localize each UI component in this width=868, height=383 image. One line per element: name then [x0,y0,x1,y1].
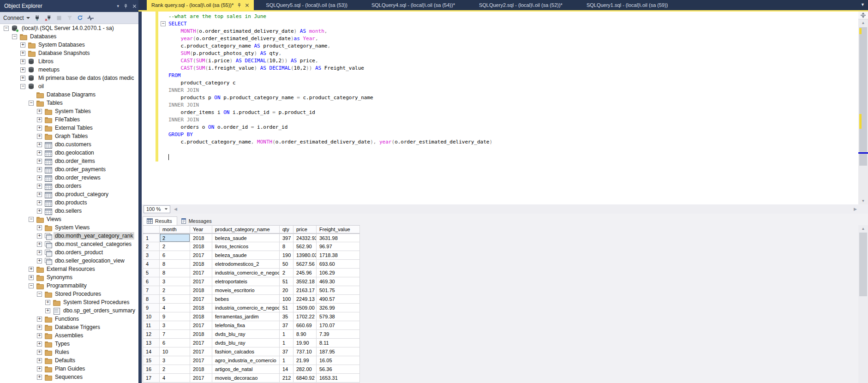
grid-row-number[interactable]: 16 [143,365,160,374]
scroll-left-icon[interactable]: ◀ [174,207,177,211]
expand-icon[interactable]: + [37,375,42,380]
expand-icon[interactable]: + [37,109,42,114]
collapse-icon[interactable]: − [37,292,42,297]
grid-cell[interactable]: 8 [160,260,190,269]
scroll-up-icon[interactable]: ▲ [858,19,868,26]
grid-row-number[interactable]: 5 [143,269,160,277]
expand-icon[interactable]: + [37,126,42,131]
expand-icon[interactable]: + [37,350,42,355]
grid-cell[interactable]: bebes [212,295,280,304]
grid-row-number[interactable]: 9 [143,304,160,312]
grid-cell[interactable]: 4 [160,374,190,383]
grid-cell[interactable]: 2017 [190,321,212,330]
expand-icon[interactable]: + [37,175,42,180]
expand-icon[interactable]: + [37,117,42,122]
expand-icon[interactable]: + [20,59,25,64]
grid-cell[interactable]: 2017 [190,251,212,260]
grid-cell[interactable]: 6840.92 [293,374,317,383]
tree-item-tables[interactable]: −Tables [0,99,138,107]
expand-icon[interactable]: + [37,150,42,156]
grid-row-number[interactable]: 13 [143,339,160,347]
grid-cell[interactable]: 6 [160,339,190,347]
close-icon[interactable] [245,3,249,7]
expand-icon[interactable]: + [37,258,42,263]
grid-cell[interactable]: 2018 [190,233,212,242]
expand-icon[interactable]: + [37,333,42,338]
tab-sqlquery2-sql[interactable]: SQLQuery2.sql - (local)\.oil (sa (52))* [467,0,575,10]
expand-icon[interactable]: + [37,209,42,214]
tree-item-database-diagrams[interactable]: Database Diagrams [0,90,138,99]
scrollbar-thumb[interactable] [859,27,867,166]
activity-monitor-icon[interactable] [87,15,94,21]
expand-icon[interactable]: + [37,192,42,197]
grid-header-freight-value[interactable]: Freight_value [317,225,360,233]
expand-icon[interactable]: + [37,317,42,322]
grid-row-number[interactable]: 11 [143,321,160,330]
expand-icon[interactable]: + [37,184,42,189]
grid-cell[interactable]: 170.07 [317,321,360,330]
sql-editor[interactable]: − --what are the top sales in JuneSELECT… [142,12,868,204]
grid-cell[interactable]: 693.60 [317,260,360,269]
grid-header-rownum[interactable] [143,225,160,233]
grid-cell[interactable]: 2249.13 [293,295,317,304]
expand-icon[interactable]: + [37,142,42,147]
grid-cell[interactable]: beleza_saude [212,233,280,242]
grid-cell[interactable]: eletroportateis [212,277,280,286]
tree-item-oil[interactable]: −oil [0,82,138,90]
grid-cell[interactable]: 20 [280,286,293,295]
grid-cell[interactable]: dvds_blu_ray [212,330,280,339]
grid-cell[interactable]: 2 [160,286,190,295]
grid-cell[interactable]: telefonia_fixa [212,321,280,330]
grid-cell[interactable]: 37 [280,347,293,356]
grid-cell[interactable]: 13980.03 [293,251,317,260]
expand-icon[interactable]: + [29,275,34,280]
grid-cell[interactable]: 35 [280,312,293,321]
grid-cell[interactable]: beleza_saude [212,251,280,260]
grid-cell[interactable]: 7 [160,330,190,339]
tree-item-database-triggers[interactable]: +Database Triggers [0,323,138,331]
grid-cell[interactable]: 2 [160,242,190,251]
grid-cell[interactable]: 1 [280,356,293,365]
grid-cell[interactable]: 2017 [190,269,212,277]
close-icon[interactable] [132,4,137,8]
tree-item-dbo-seller-geolocation-view[interactable]: +dbo.seller_geolocation_view [0,257,138,265]
grid-cell[interactable]: artigos_de_natal [212,365,280,374]
grid-cell[interactable]: 2017 [190,347,212,356]
grid-cell[interactable]: 50 [280,260,293,269]
grid-cell[interactable]: 2018 [190,330,212,339]
grid-row-number[interactable]: 4 [143,260,160,269]
grid-cell[interactable]: 187.95 [317,347,360,356]
grid-cell[interactable]: 2017 [190,277,212,286]
grid-cell[interactable]: 282.00 [293,365,317,374]
editor-vertical-scrollbar[interactable]: ▲ ▼ [858,12,868,204]
collapse-icon[interactable]: − [20,84,25,89]
grid-cell[interactable]: 2018 [190,304,212,312]
collapse-icon[interactable]: − [29,101,34,106]
grid-cell[interactable]: 10 [160,347,190,356]
grid-cell[interactable]: 562.90 [293,242,317,251]
tree-item-plan-guides[interactable]: +Plan Guides [0,365,138,373]
grid-cell[interactable]: 9 [160,312,190,321]
grid-cell[interactable]: 4 [160,304,190,312]
grid-cell[interactable]: 2017 [190,374,212,383]
tree-item-dbo-most-canceled-categories[interactable]: +dbo.most_canceled_categories [0,240,138,248]
grid-cell[interactable]: fashion_calcados [212,347,280,356]
tree-item-dbo-order-payments[interactable]: +dbo.order_payments [0,165,138,174]
grid-cell[interactable]: 326.99 [317,304,360,312]
tab-list-chevron-icon[interactable]: ▼ [861,2,865,7]
pin-icon[interactable] [237,3,242,8]
tree-item-external-resources[interactable]: +External Resources [0,265,138,273]
tab-sqlquery1-sql[interactable]: SQLQuery1.sql - (local)\.oil (sa (59)) [575,0,680,10]
tree-item-dbo-orders-product[interactable]: +dbo.orders_product [0,248,138,257]
grid-cell[interactable]: 2018 [190,260,212,269]
grid-cell[interactable]: moveis_decoracao [212,374,280,383]
scroll-right-icon[interactable]: ▶ [854,207,857,211]
scroll-down-icon[interactable]: ▼ [858,197,868,204]
tab-results[interactable]: Results [143,216,177,225]
grid-cell[interactable]: 2018 [190,365,212,374]
grid-cell[interactable]: 96.97 [317,242,360,251]
expand-icon[interactable]: + [37,341,42,347]
tree-item-assemblies[interactable]: +Assemblies [0,331,138,340]
expand-icon[interactable]: + [37,134,42,139]
grid-cell[interactable]: eletrodomesticos_2 [212,260,280,269]
